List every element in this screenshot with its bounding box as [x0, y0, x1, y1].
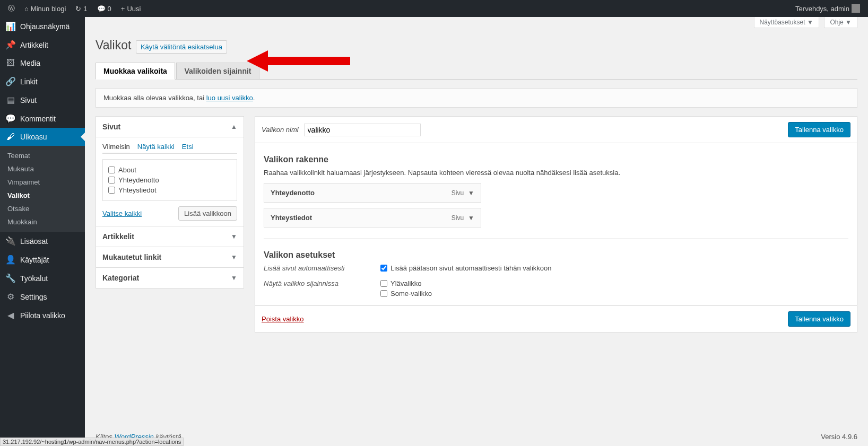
add-items-accordion: Sivut▲ Viimeisin Näytä kaikki Etsi About…: [96, 116, 244, 288]
submenu-themes[interactable]: Teemat: [0, 149, 85, 162]
select-all-link[interactable]: Valitse kaikki: [102, 209, 142, 217]
menu-name-input[interactable]: [304, 124, 421, 136]
submenu-menus[interactable]: Valikot: [0, 189, 85, 202]
subtab-search[interactable]: Etsi: [182, 143, 194, 153]
menu-item[interactable]: Yhteydenotto Sivu▼: [264, 183, 481, 203]
my-account[interactable]: Tervehdys, admin: [792, 0, 864, 17]
caret-down-icon: ▼: [231, 233, 237, 240]
page-checkbox[interactable]: [108, 167, 115, 173]
add-to-menu-button[interactable]: Lisää valikkoon: [178, 206, 237, 221]
refresh-icon: ↻: [75, 5, 81, 13]
help-button[interactable]: Ohje ▼: [824, 17, 857, 28]
svg-marker-0: [247, 50, 350, 72]
menu-label: Piilota valikko: [20, 311, 65, 320]
brush-icon: 🖌: [5, 132, 16, 142]
site-name: Minun blogi: [31, 5, 66, 13]
submenu-header[interactable]: Otsake: [0, 202, 85, 215]
appearance-submenu: Teemat Mukauta Vimpaimet Valikot Otsake …: [0, 146, 85, 232]
page-item[interactable]: About: [108, 165, 231, 175]
submenu-editor[interactable]: Muokkain: [0, 215, 85, 229]
accordion-posts[interactable]: Artikkelit▼: [96, 226, 244, 247]
location-checkbox[interactable]: [380, 290, 387, 297]
save-menu-button-bottom[interactable]: Tallenna valikko: [788, 311, 850, 327]
menu-label: Linkit: [20, 77, 38, 86]
comment-icon: 💬: [97, 5, 106, 13]
comment-icon: 💬: [5, 113, 16, 124]
menu-comments[interactable]: 💬Kommentit: [0, 109, 85, 128]
wrench-icon: 🔧: [5, 273, 16, 283]
menu-posts[interactable]: 📌Artikkelit: [0, 36, 85, 54]
menu-label: Ulkoasu: [20, 133, 47, 141]
delete-menu-link[interactable]: Poista valikko: [262, 315, 303, 323]
menu-plugins[interactable]: 🔌Lisäosat: [0, 232, 85, 250]
page-checkbox[interactable]: [108, 187, 115, 194]
menu-name-label: Valikon nimi: [262, 126, 299, 134]
menu-settings[interactable]: ⚙Settings: [0, 287, 85, 306]
menu-media[interactable]: 🖾Media: [0, 54, 85, 72]
save-menu-button-top[interactable]: Tallenna valikko: [788, 122, 850, 137]
manage-menus-bar: Muokkaa alla olevaa valikkoa, tai luo uu…: [96, 88, 857, 108]
page-icon: ▤: [5, 95, 16, 105]
new-content-link[interactable]: +Uusi: [117, 0, 145, 17]
caret-down-icon: ▼: [231, 274, 237, 282]
location-label: Näytä valikko sijainnissa: [264, 279, 380, 287]
location-top-option[interactable]: Ylävalikko: [380, 279, 432, 287]
manage-text: Muokkaa alla olevaa valikkoa, tai: [103, 94, 206, 102]
collapse-menu[interactable]: ◀Piilota valikko: [0, 306, 85, 325]
auto-add-option[interactable]: Lisää päätason sivut automaattisesti täh…: [380, 264, 552, 272]
pin-icon: 📌: [5, 40, 16, 50]
menu-item-title: Yhteydenotto: [271, 189, 315, 197]
create-new-menu-link[interactable]: luo uusi valikko: [206, 94, 253, 102]
menu-item-type: Sivu▼: [452, 189, 474, 197]
menu-dashboard[interactable]: 📊Ohjausnäkymä: [0, 17, 85, 36]
media-icon: 🖾: [5, 58, 16, 68]
menu-label: Settings: [20, 293, 47, 301]
subtab-all[interactable]: Näytä kaikki: [137, 143, 175, 153]
auto-add-label: Lisää sivut automaattisesti: [264, 264, 380, 272]
site-link[interactable]: ⌂Minun blogi: [21, 0, 70, 17]
auto-add-checkbox[interactable]: [380, 265, 387, 272]
new-label: Uusi: [127, 5, 141, 13]
wordpress-icon: ⓦ: [8, 4, 15, 13]
location-checkbox[interactable]: [380, 280, 387, 287]
menu-users[interactable]: 👤Käyttäjät: [0, 250, 85, 269]
menu-item[interactable]: Yhteystiedot Sivu▼: [264, 208, 481, 228]
link-icon: 🔗: [5, 76, 16, 86]
tab-edit-menus[interactable]: Muokkaa valikoita: [96, 63, 175, 80]
submenu-widgets[interactable]: Vimpaimet: [0, 176, 85, 189]
accordion-categories[interactable]: Kategoriat▼: [96, 267, 244, 288]
caret-up-icon: ▲: [231, 123, 237, 130]
menu-label: Media: [20, 59, 40, 67]
menu-item-type: Sivu▼: [452, 214, 474, 222]
page-title: Valikot: [96, 33, 131, 55]
page-item[interactable]: Yhteystiedot: [108, 185, 231, 195]
menu-appearance[interactable]: 🖌Ulkoasu: [0, 128, 85, 146]
admin-toolbar: ⓦ ⌂Minun blogi ↻1 💬0 +Uusi Tervehdys, ad…: [0, 0, 868, 17]
page-item[interactable]: Yhteydenotto: [108, 175, 231, 185]
main-content: Näyttöasetukset ▼ Ohje ▼ Valikot Käytä v…: [85, 17, 868, 446]
annotation-arrow: [247, 48, 353, 74]
comments-link[interactable]: 💬0: [93, 0, 115, 17]
menu-tools[interactable]: 🔧Työkalut: [0, 269, 85, 287]
menu-pages[interactable]: ▤Sivut: [0, 91, 85, 109]
accordion-custom-links[interactable]: Mukautetut linkit▼: [96, 247, 244, 267]
browser-statusbar: 31.217.192.92/~hosting1/wp-admin/nav-men…: [0, 438, 184, 446]
location-social-option[interactable]: Some-valikko: [380, 290, 432, 298]
updates-link[interactable]: ↻1: [72, 0, 91, 17]
live-preview-button[interactable]: Käytä välitöntä esikatselua: [136, 40, 227, 54]
settings-icon: ⚙: [5, 292, 16, 302]
caret-down-icon[interactable]: ▼: [468, 214, 474, 222]
subtab-recent[interactable]: Viimeisin: [102, 143, 130, 153]
plus-icon: +: [121, 5, 125, 13]
page-checkbox[interactable]: [108, 177, 115, 183]
collapse-icon: ◀: [5, 310, 16, 320]
menu-links[interactable]: 🔗Linkit: [0, 72, 85, 91]
menu-item-title: Yhteystiedot: [271, 214, 312, 222]
caret-down-icon[interactable]: ▼: [468, 189, 474, 197]
submenu-customize[interactable]: Mukauta: [0, 162, 85, 176]
caret-down-icon: ▼: [231, 253, 237, 261]
wp-logo[interactable]: ⓦ: [4, 0, 19, 17]
caret-down-icon: ▼: [845, 19, 852, 26]
accordion-pages[interactable]: Sivut▲: [96, 117, 244, 137]
screen-options-button[interactable]: Näyttöasetukset ▼: [754, 17, 819, 28]
